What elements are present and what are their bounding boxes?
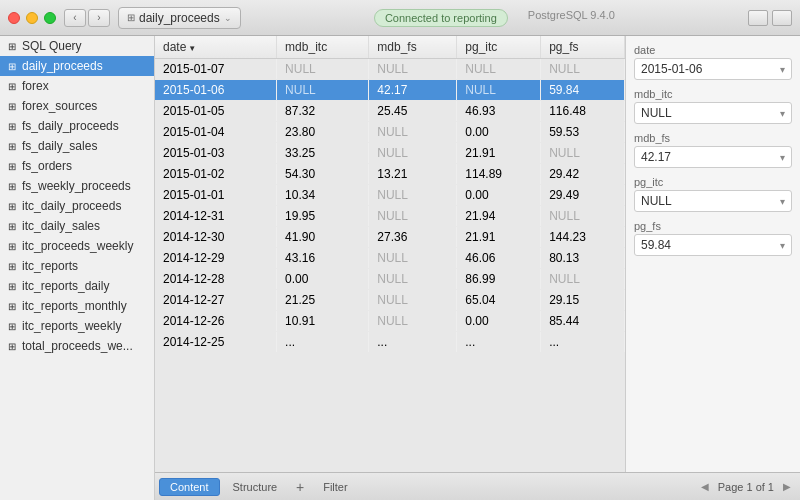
sidebar-item-label: itc_reports_weekly xyxy=(22,319,121,333)
sidebar-item-table[interactable]: ⊞fs_orders xyxy=(0,156,154,176)
back-button[interactable]: ‹ xyxy=(64,9,86,27)
sidebar-item-label: fs_weekly_proceeds xyxy=(22,179,131,193)
col-header-mdb_itc[interactable]: mdb_itc xyxy=(277,36,369,59)
tile-single-button[interactable] xyxy=(748,10,768,26)
null-value: NULL xyxy=(377,293,408,307)
null-value: NULL xyxy=(549,209,580,223)
minimize-button[interactable] xyxy=(26,12,38,24)
cell-date: 2015-01-02 xyxy=(155,164,277,185)
sidebar-item-table[interactable]: ⊞fs_daily_sales xyxy=(0,136,154,156)
table-row[interactable]: 2014-12-2610.91NULL0.0085.44 xyxy=(155,311,625,332)
null-value: NULL xyxy=(377,146,408,160)
dropdown-arrow-icon: ▾ xyxy=(780,196,785,207)
col-header-pg_itc[interactable]: pg_itc xyxy=(457,36,541,59)
sidebar-item-table[interactable]: ⊞itc_reports_monthly xyxy=(0,296,154,316)
cell-date: 2015-01-06 xyxy=(155,80,277,101)
sidebar-item-table[interactable]: ⊞itc_daily_sales xyxy=(0,216,154,236)
table-row[interactable]: 2015-01-06NULL42.17NULL59.84 xyxy=(155,80,625,101)
sidebar-item-label: forex xyxy=(22,79,49,93)
field-value-mdb_fs[interactable]: 42.17 ▾ xyxy=(634,146,792,168)
sidebar-item-table[interactable]: ⊞itc_reports_daily xyxy=(0,276,154,296)
maximize-button[interactable] xyxy=(44,12,56,24)
forward-button[interactable]: › xyxy=(88,9,110,27)
null-value: NULL xyxy=(377,125,408,139)
table-row[interactable]: 2015-01-0587.3225.4546.93116.48 xyxy=(155,101,625,122)
dropdown-arrow-icon: ▾ xyxy=(780,64,785,75)
table-row[interactable]: 2015-01-07NULLNULLNULLNULL xyxy=(155,59,625,80)
sidebar-item-table[interactable]: ⊞fs_weekly_proceeds xyxy=(0,176,154,196)
sidebar-item-sql-query[interactable]: ⊞SQL Query xyxy=(0,36,154,56)
table-row[interactable]: 2015-01-0423.80NULL0.0059.53 xyxy=(155,122,625,143)
table-row[interactable]: 2014-12-3119.95NULL21.94NULL xyxy=(155,206,625,227)
sidebar-item-table[interactable]: ⊞daily_proceeds xyxy=(0,56,154,76)
data-table-wrapper[interactable]: date▼mdb_itcmdb_fspg_itcpg_fs 2015-01-07… xyxy=(155,36,625,472)
field-value-date[interactable]: 2015-01-06 ▾ xyxy=(634,58,792,80)
table-row[interactable]: 2014-12-2943.16NULL46.0680.13 xyxy=(155,248,625,269)
col-header-date[interactable]: date▼ xyxy=(155,36,277,59)
next-page-button[interactable]: ▶ xyxy=(778,478,796,496)
cell-mdb_fs: NULL xyxy=(369,290,457,311)
cell-pg_itc: 65.04 xyxy=(457,290,541,311)
add-tab-button[interactable]: + xyxy=(290,477,310,497)
data-table: date▼mdb_itcmdb_fspg_itcpg_fs 2015-01-07… xyxy=(155,36,625,353)
close-button[interactable] xyxy=(8,12,20,24)
table-row[interactable]: 2015-01-0110.34NULL0.0029.49 xyxy=(155,185,625,206)
table-row[interactable]: 2014-12-280.00NULL86.99NULL xyxy=(155,269,625,290)
table-row[interactable]: 2015-01-0254.3013.21114.8929.42 xyxy=(155,164,625,185)
null-value: NULL xyxy=(549,146,580,160)
table-row[interactable]: 2014-12-3041.9027.3621.91144.23 xyxy=(155,227,625,248)
content-area: date▼mdb_itcmdb_fspg_itcpg_fs 2015-01-07… xyxy=(155,36,800,500)
right-panel-field-date: date 2015-01-06 ▾ xyxy=(634,44,792,80)
field-value-pg_fs[interactable]: 59.84 ▾ xyxy=(634,234,792,256)
sidebar-item-table[interactable]: ⊞itc_reports_weekly xyxy=(0,316,154,336)
traffic-lights xyxy=(8,12,56,24)
table-area: date▼mdb_itcmdb_fspg_itcpg_fs 2015-01-07… xyxy=(155,36,800,472)
sidebar: ⊞SQL Query⊞daily_proceeds⊞forex⊞forex_so… xyxy=(0,36,155,500)
tile-split-button[interactable] xyxy=(772,10,792,26)
col-header-pg_fs[interactable]: pg_fs xyxy=(541,36,625,59)
table-row[interactable]: 2014-12-2721.25NULL65.0429.15 xyxy=(155,290,625,311)
field-value-pg_itc[interactable]: NULL ▾ xyxy=(634,190,792,212)
cell-mdb_itc: 43.16 xyxy=(277,248,369,269)
cell-mdb_itc: 10.91 xyxy=(277,311,369,332)
cell-pg_fs: NULL xyxy=(541,59,625,80)
sidebar-item-table[interactable]: ⊞itc_proceeds_weekly xyxy=(0,236,154,256)
cell-pg_fs: 116.48 xyxy=(541,101,625,122)
table-selector[interactable]: ⊞ daily_proceeds ⌄ xyxy=(118,7,241,29)
right-panel: date 2015-01-06 ▾ mdb_itc NULL ▾ mdb_fs … xyxy=(625,36,800,472)
bottom-bar: Content Structure + Filter ◀ Page 1 of 1… xyxy=(155,472,800,500)
sidebar-item-table[interactable]: ⊞total_proceeds_we... xyxy=(0,336,154,356)
sidebar-item-label: fs_orders xyxy=(22,159,72,173)
filter-button[interactable]: Filter xyxy=(312,478,358,496)
tab-content[interactable]: Content xyxy=(159,478,220,496)
cell-pg_itc: 21.94 xyxy=(457,206,541,227)
cell-mdb_fs: NULL xyxy=(369,185,457,206)
cell-date: 2015-01-03 xyxy=(155,143,277,164)
sidebar-item-table[interactable]: ⊞fs_daily_proceeds xyxy=(0,116,154,136)
cell-mdb_itc: 10.34 xyxy=(277,185,369,206)
table-grid-icon: ⊞ xyxy=(8,161,16,172)
cell-mdb_itc: 33.25 xyxy=(277,143,369,164)
cell-mdb_itc: 41.90 xyxy=(277,227,369,248)
sidebar-item-label: fs_daily_proceeds xyxy=(22,119,119,133)
cell-pg_itc: ... xyxy=(457,332,541,353)
table-row[interactable]: 2014-12-25............ xyxy=(155,332,625,353)
cell-date: 2014-12-28 xyxy=(155,269,277,290)
sidebar-item-table[interactable]: ⊞itc_daily_proceeds xyxy=(0,196,154,216)
col-header-mdb_fs[interactable]: mdb_fs xyxy=(369,36,457,59)
cell-date: 2014-12-29 xyxy=(155,248,277,269)
prev-page-button[interactable]: ◀ xyxy=(696,478,714,496)
sidebar-item-label: SQL Query xyxy=(22,39,82,53)
table-row[interactable]: 2015-01-0333.25NULL21.91NULL xyxy=(155,143,625,164)
pagination: ◀ Page 1 of 1 ▶ xyxy=(696,478,796,496)
field-value-mdb_itc[interactable]: NULL ▾ xyxy=(634,102,792,124)
sidebar-item-table[interactable]: ⊞itc_reports xyxy=(0,256,154,276)
right-panel-field-pg_fs: pg_fs 59.84 ▾ xyxy=(634,220,792,256)
cell-pg_itc: 21.91 xyxy=(457,227,541,248)
sidebar-item-table[interactable]: ⊞forex_sources xyxy=(0,96,154,116)
cell-date: 2014-12-30 xyxy=(155,227,277,248)
sidebar-item-label: total_proceeds_we... xyxy=(22,339,133,353)
tab-structure[interactable]: Structure xyxy=(222,478,289,496)
cell-mdb_itc: 21.25 xyxy=(277,290,369,311)
sidebar-item-table[interactable]: ⊞forex xyxy=(0,76,154,96)
